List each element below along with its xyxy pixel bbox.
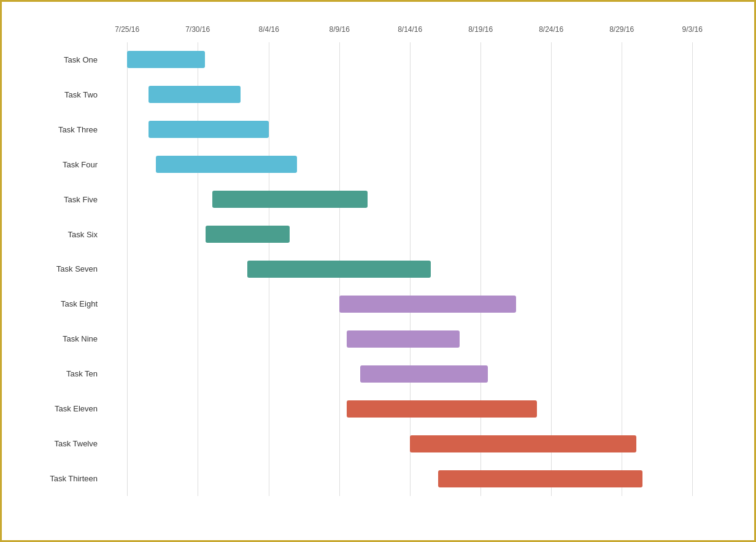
task-bar — [247, 261, 431, 278]
task-bar — [410, 435, 636, 452]
task-label: Task Ten — [8, 369, 106, 378]
date-label: 8/14/16 — [398, 25, 422, 34]
date-label: 8/19/16 — [468, 25, 493, 34]
date-label: 7/25/16 — [115, 25, 139, 34]
task-label: Task One — [8, 55, 106, 64]
task-bar — [339, 296, 516, 313]
task-row: Task Six — [8, 217, 742, 252]
date-label: 8/4/16 — [259, 25, 279, 34]
task-bar — [212, 191, 368, 208]
task-row: Task Eight — [8, 286, 742, 321]
task-label: Task Six — [8, 230, 106, 239]
task-row: Task Ten — [8, 356, 742, 391]
task-row: Task Five — [8, 182, 742, 217]
task-bar-area — [106, 252, 742, 287]
task-bar — [438, 470, 643, 487]
date-label: 8/9/16 — [330, 25, 350, 34]
task-bar — [148, 121, 269, 138]
chart-container: 7/25/167/30/168/4/168/9/168/14/168/19/16… — [2, 2, 754, 540]
task-bar-area — [106, 77, 742, 112]
date-header-row: 7/25/167/30/168/4/168/9/168/14/168/19/16… — [106, 25, 742, 39]
task-label: Task Nine — [8, 334, 106, 343]
task-bar-area — [106, 321, 742, 356]
task-bar-area — [106, 42, 742, 77]
rows-area: Task OneTask TwoTask ThreeTask FourTask … — [8, 42, 742, 496]
task-row: Task Eleven — [8, 391, 742, 426]
task-row: Task Twelve — [8, 426, 742, 461]
task-label: Task Twelve — [8, 439, 106, 448]
task-bar-area — [106, 182, 742, 217]
task-row: Task Nine — [8, 321, 742, 356]
task-row: Task Seven — [8, 252, 742, 287]
task-bar — [206, 226, 290, 243]
task-row: Task One — [8, 42, 742, 77]
date-label: 8/24/16 — [539, 25, 563, 34]
task-bar-area — [106, 217, 742, 252]
task-bar — [360, 365, 487, 383]
task-row: Task Thirteen — [8, 461, 742, 496]
task-bar — [347, 330, 460, 348]
task-bar — [156, 156, 297, 173]
task-rows-container: Task OneTask TwoTask ThreeTask FourTask … — [8, 42, 742, 496]
task-bar — [347, 400, 538, 418]
task-label: Task Three — [8, 125, 106, 134]
task-row: Task Three — [8, 112, 742, 147]
task-bar-area — [106, 426, 742, 461]
task-label: Task Eight — [8, 299, 106, 308]
task-label: Task Eleven — [8, 404, 106, 413]
task-label: Task Thirteen — [8, 474, 106, 483]
task-bar-area — [106, 356, 742, 391]
task-bar-area — [106, 461, 742, 496]
date-label: 8/29/16 — [609, 25, 634, 34]
task-bar — [127, 51, 204, 68]
task-label: Task Four — [8, 160, 106, 169]
date-label: 7/30/16 — [185, 25, 210, 34]
task-bar — [148, 86, 240, 103]
task-label: Task Five — [8, 195, 106, 204]
task-bar-area — [106, 286, 742, 321]
date-label: 9/3/16 — [682, 25, 703, 34]
task-row: Task Four — [8, 147, 742, 182]
task-bar-area — [106, 112, 742, 147]
task-bar-area — [106, 147, 742, 182]
task-row: Task Two — [8, 77, 742, 112]
task-bar-area — [106, 391, 742, 426]
task-label: Task Two — [8, 90, 106, 99]
task-label: Task Seven — [8, 264, 106, 273]
gantt-wrapper: 7/25/167/30/168/4/168/9/168/14/168/19/16… — [8, 25, 742, 496]
